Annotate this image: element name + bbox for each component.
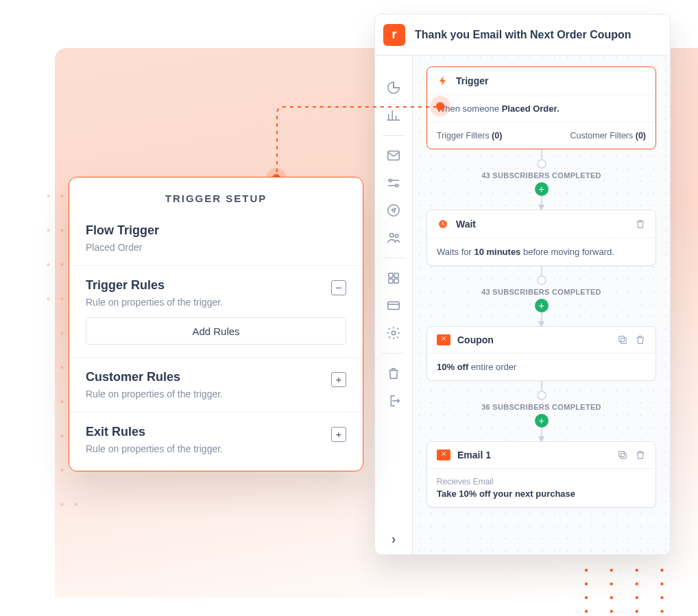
- expand-icon[interactable]: +: [331, 372, 346, 387]
- svg-point-4: [390, 234, 394, 238]
- email-label: Email 1: [457, 449, 491, 460]
- section-flow-trigger: Flow Trigger Placed Order: [69, 211, 363, 266]
- nav-store-icon[interactable]: [386, 366, 401, 381]
- expand-icon[interactable]: +: [331, 427, 346, 442]
- setup-title: TRIGGER SETUP: [69, 193, 363, 204]
- trigger-card[interactable]: Trigger When someone Placed Order. Trigg…: [426, 66, 656, 149]
- delete-icon[interactable]: [635, 449, 646, 460]
- svg-point-11: [392, 331, 396, 335]
- duplicate-icon[interactable]: [617, 449, 628, 460]
- stat-1: 43 SUBSCRIBERS COMPLETED: [481, 169, 601, 182]
- coupon-card[interactable]: Coupon 10% off entire order: [426, 326, 656, 381]
- mail-icon: [437, 449, 450, 460]
- nav-analytics-icon[interactable]: [386, 108, 401, 123]
- nav-logout-icon[interactable]: [386, 393, 401, 408]
- stat-3: 36 SUBSCRIBERS COMPLETED: [481, 400, 601, 414]
- duplicate-icon[interactable]: [617, 334, 628, 345]
- svg-rect-0: [388, 151, 400, 160]
- svg-rect-10: [388, 302, 400, 310]
- flow-canvas[interactable]: Trigger When someone Placed Order. Trigg…: [413, 14, 670, 554]
- add-step-button[interactable]: +: [535, 299, 549, 312]
- nav-sliders-icon[interactable]: [386, 175, 401, 190]
- flow-node: [537, 159, 546, 169]
- coupon-label: Coupon: [457, 334, 494, 345]
- collapse-icon[interactable]: −: [331, 280, 346, 295]
- section-exit-rules: Exit Rules + Rule on properties of the t…: [69, 412, 363, 471]
- nav-overview-icon[interactable]: [386, 80, 401, 95]
- svg-rect-6: [389, 273, 393, 278]
- svg-point-3: [388, 205, 400, 217]
- svg-rect-15: [621, 453, 626, 458]
- brand-badge: r: [383, 24, 405, 46]
- section-trigger-rules: Trigger Rules − Rule on properties of th…: [69, 266, 363, 358]
- nav-people-icon[interactable]: [386, 230, 401, 245]
- side-nav: ›: [375, 14, 413, 554]
- email-card[interactable]: Email 1 Recieves Email Take 10% off your…: [426, 441, 656, 508]
- wait-label: Wait: [456, 219, 476, 230]
- page-title: Thank you Email with Next Order Coupon: [415, 29, 631, 41]
- section-customer-rules: Customer Rules + Rule on properties of t…: [69, 358, 363, 412]
- trigger-filters[interactable]: Trigger Filters (0) Customer Filters (0): [427, 122, 655, 149]
- delete-icon[interactable]: [635, 219, 646, 230]
- clock-icon: [437, 218, 449, 230]
- svg-point-5: [395, 234, 398, 238]
- nav-card-icon[interactable]: [386, 298, 401, 313]
- mail-icon: [437, 334, 450, 345]
- bolt-icon: [437, 75, 449, 87]
- svg-rect-16: [619, 452, 625, 457]
- svg-rect-7: [394, 273, 398, 278]
- nav-settings-icon[interactable]: [386, 325, 401, 341]
- svg-point-1: [389, 180, 392, 182]
- nav-email-icon[interactable]: [386, 148, 401, 163]
- trigger-label: Trigger: [456, 75, 488, 86]
- flow-builder-window: r Thank you Email with Next Order Coupon…: [374, 14, 671, 555]
- decorative-dots: ● ● ● ● ● ● ● ●● ● ● ● ● ● ● ● ● ●: [584, 563, 698, 616]
- svg-rect-14: [619, 336, 625, 342]
- svg-rect-9: [394, 279, 398, 283]
- svg-point-2: [396, 184, 398, 187]
- delete-icon[interactable]: [635, 334, 646, 345]
- nav-compass-icon[interactable]: [386, 203, 401, 218]
- wait-card[interactable]: Wait Waits for 10 minutes before moving …: [426, 210, 656, 266]
- svg-rect-8: [389, 279, 393, 283]
- svg-rect-13: [621, 338, 626, 343]
- connector-endpoint: [436, 102, 444, 110]
- add-rules-button[interactable]: Add Rules: [86, 317, 346, 345]
- add-step-button[interactable]: +: [535, 414, 549, 428]
- trigger-setup-panel: TRIGGER SETUP Flow Trigger Placed Order …: [69, 177, 363, 471]
- stat-2: 43 SUBSCRIBERS COMPLETED: [481, 285, 601, 299]
- add-step-button[interactable]: +: [535, 182, 549, 196]
- expand-sidebar-icon[interactable]: ›: [386, 531, 401, 546]
- titlebar: r Thank you Email with Next Order Coupon: [375, 14, 670, 56]
- nav-apps-icon[interactable]: [386, 271, 401, 286]
